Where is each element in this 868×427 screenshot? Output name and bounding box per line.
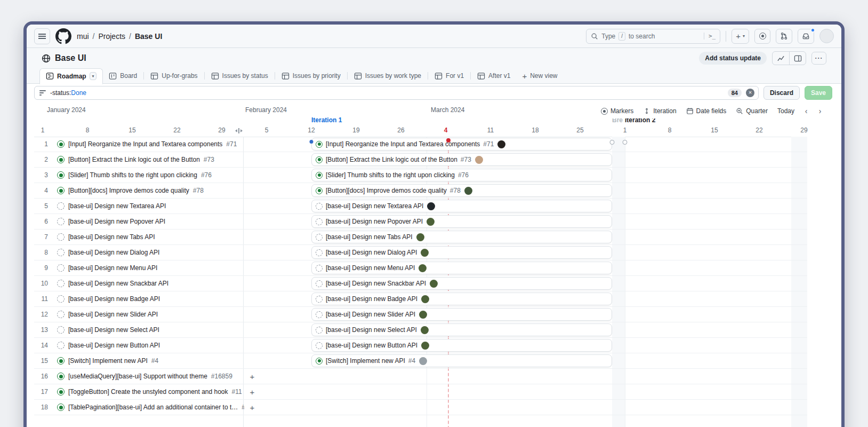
filter-input[interactable]: -status:Done 84 ×	[34, 86, 759, 100]
timeline-bar[interactable]: [base-ui] Design new Badge API	[311, 292, 612, 305]
timeline-bar[interactable]: [base-ui] Design new Button API	[311, 339, 612, 352]
timeline-bar[interactable]: [base-ui] Design new Select API	[311, 323, 612, 336]
item-title[interactable]: [Switch] Implement new API#4	[68, 353, 158, 369]
timeline-bar[interactable]: [Button][docs] Improve demos code qualit…	[311, 184, 612, 197]
table-row: 8[base-ui] Design new Dialog API[base-ui…	[34, 245, 807, 260]
timeline-bar[interactable]: [Button] Extract the Link logic out of t…	[311, 153, 612, 166]
add-date-button[interactable]: +	[246, 386, 258, 398]
item-title[interactable]: [base-ui] Design new Textarea API	[68, 199, 166, 214]
timeline-bar[interactable]: [base-ui] Design new Slider API	[311, 308, 612, 321]
pull-requests-button[interactable]	[776, 29, 792, 44]
column-resize-handle[interactable]	[235, 128, 243, 133]
project-menu-button[interactable]: ···	[811, 52, 826, 65]
timeline-bar-number: #73	[461, 156, 471, 163]
breadcrumb-project[interactable]: Base UI	[135, 32, 162, 41]
new-view-button[interactable]: +New view	[516, 68, 563, 84]
draft-issue-icon	[57, 233, 65, 241]
date-fields-button[interactable]: Date fields	[682, 104, 731, 118]
row-number: 7	[34, 230, 48, 245]
date-tick: 15	[711, 126, 718, 134]
table-row: 17[ToggleButton] Create the unstyled com…	[34, 384, 807, 400]
item-title[interactable]: [TablePagination][base-ui] Add an additi…	[68, 400, 244, 415]
item-title[interactable]: [base-ui] Design new Dialog API	[68, 245, 159, 260]
breadcrumb-org[interactable]: mui	[77, 32, 89, 41]
global-search-input[interactable]: Type / to search >_	[586, 29, 720, 44]
tab-label: For v1	[446, 72, 464, 80]
inbox-button[interactable]	[798, 29, 814, 44]
tab-board[interactable]: Board	[103, 68, 143, 84]
timeline-bar[interactable]: [base-ui] Design new Popover API	[311, 215, 612, 228]
scroll-left-button[interactable]: ‹	[800, 105, 813, 117]
plus-icon: +	[522, 72, 527, 80]
add-date-button[interactable]: +	[246, 370, 258, 382]
tab-label: Up-for-grabs	[162, 72, 197, 80]
assignee-avatar	[419, 264, 427, 272]
item-number: #30331	[242, 404, 244, 411]
timeline-bar[interactable]: [base-ui] Design new Dialog API	[311, 246, 612, 259]
github-logo-icon[interactable]	[55, 28, 71, 44]
draft-issue-icon	[57, 249, 65, 256]
today-button[interactable]: Today	[773, 104, 799, 118]
tab-options-caret[interactable]: ▾	[90, 72, 97, 80]
tab-label: After v1	[488, 72, 510, 80]
assignee-avatar	[419, 311, 427, 319]
tab-separator	[470, 72, 471, 80]
item-title[interactable]: [base-ui] Design new Snackbar API	[68, 276, 168, 291]
create-new-button[interactable]: + ▾	[732, 29, 749, 44]
command-palette-icon[interactable]: >_	[704, 33, 716, 39]
discard-button[interactable]: Discard	[763, 86, 800, 100]
item-title[interactable]: [ToggleButton] Create the unstyled compo…	[68, 384, 242, 400]
user-avatar[interactable]	[819, 29, 834, 43]
timeline-bar[interactable]: [Switch] Implement new API#4	[311, 354, 612, 367]
item-title[interactable]: [base-ui] Design new Menu API	[68, 260, 157, 276]
item-title[interactable]: [base-ui] Design new Select API	[68, 322, 159, 338]
issue-opened-icon	[57, 171, 65, 179]
row-number: 1	[34, 137, 48, 152]
item-title[interactable]: [base-ui] Design new Button API	[68, 338, 160, 353]
tab-up-for-grabs[interactable]: Up-for-grabs	[144, 68, 203, 84]
add-date-button[interactable]: +	[246, 401, 258, 413]
tab-issues-by-priority[interactable]: Issues by priority	[276, 68, 347, 84]
timeline-bar[interactable]: [base-ui] Design new Textarea API	[311, 200, 612, 212]
zoom-level-button[interactable]: Quarter	[732, 104, 772, 118]
timeline-bar[interactable]: [Input] Reorganize the Input and Textare…	[311, 138, 612, 151]
tab-issues-by-status[interactable]: Issues by status	[205, 68, 274, 84]
hamburger-menu-button[interactable]	[34, 28, 50, 44]
side-panel-button[interactable]	[789, 52, 806, 65]
markers-button[interactable]: Markers	[597, 104, 638, 118]
timeline-bar[interactable]: [Slider] Thumb shifts to the right upon …	[311, 169, 612, 181]
add-status-update-button[interactable]: Add status update	[699, 52, 767, 65]
item-title[interactable]: [base-ui] Design new Popover API	[68, 214, 165, 230]
scroll-right-button[interactable]: ›	[814, 105, 826, 117]
roadmap-body: 1[Input] Reorganize the Input and Textar…	[27, 137, 841, 427]
iteration-sort-button[interactable]: Iteration	[639, 104, 680, 118]
item-title[interactable]: [base-ui] Design new Slider API	[68, 307, 158, 322]
insights-button[interactable]	[773, 52, 789, 65]
item-title-text: [Slider] Thumb shifts to the right upon …	[68, 171, 197, 179]
tab-issues-by-work-type[interactable]: Issues by work type	[348, 68, 427, 84]
timeline-bar[interactable]: [base-ui] Design new Menu API	[311, 262, 612, 274]
issues-button[interactable]	[754, 29, 770, 44]
clear-filter-button[interactable]: ×	[746, 89, 754, 97]
timeline-bar[interactable]: [base-ui] Design new Snackbar API	[311, 277, 612, 290]
item-title[interactable]: [base-ui] Design new Badge API	[68, 291, 160, 307]
view-table-icon	[211, 72, 219, 80]
assignee-avatar	[421, 326, 429, 334]
tab-roadmap[interactable]: Roadmap▾	[39, 68, 103, 84]
breadcrumb-section[interactable]: Projects	[98, 32, 125, 41]
item-title[interactable]: [Input] Reorganize the Input and Textare…	[68, 137, 237, 152]
item-title[interactable]: [Slider] Thumb shifts to the right upon …	[68, 168, 212, 183]
timeline-bar[interactable]: [base-ui] Design new Tabs API	[311, 231, 612, 243]
item-title[interactable]: [base-ui] Design new Tabs API	[68, 230, 155, 245]
tab-for-v1[interactable]: For v1	[429, 68, 470, 84]
filter-qualifier: -status:	[50, 89, 71, 97]
timeline-bar-title: [base-ui] Design new Tabs API	[326, 233, 413, 241]
search-placeholder-prefix: Type	[601, 33, 615, 40]
item-title[interactable]: [useMediaQuery][base-ui] Support without…	[68, 369, 232, 384]
item-title[interactable]: [Button][docs] Improve demos code qualit…	[68, 183, 204, 199]
tab-after-v1[interactable]: After v1	[471, 68, 516, 84]
item-title[interactable]: [Button] Extract the Link logic out of t…	[68, 152, 214, 168]
item-number: #11	[232, 388, 242, 396]
issue-opened-icon	[57, 404, 65, 411]
save-button[interactable]: Save	[805, 86, 832, 100]
